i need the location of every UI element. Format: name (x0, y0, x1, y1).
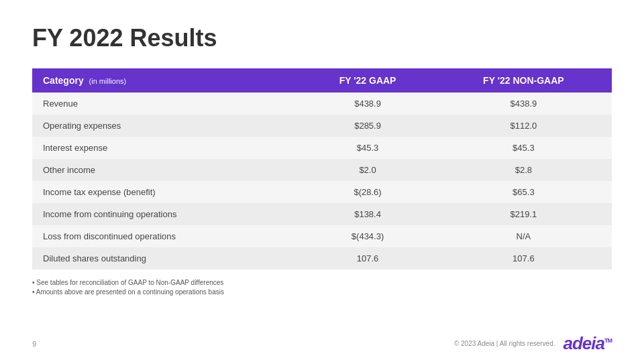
table-cell-non-gaap: 107.6 (435, 247, 612, 269)
table-cell-gaap: $(434.3) (300, 225, 435, 247)
copyright-text: © 2023 Adeia | All rights reserved. (454, 340, 555, 347)
table-cell-gaap: $138.4 (300, 203, 435, 225)
col-header-category: Category (in millions) (32, 68, 300, 93)
table-row: Operating expenses$285.9$112.0 (32, 115, 612, 137)
table-row: Loss from discontinued operations$(434.3… (32, 225, 612, 247)
footnotes: See tables for reconciliation of GAAP to… (32, 279, 612, 298)
table-cell-category: Income from continuing operations (32, 203, 300, 225)
footnote-item: See tables for reconciliation of GAAP to… (32, 279, 612, 286)
table-cell-gaap: $2.0 (300, 159, 435, 181)
table-body: Revenue$438.9$438.9Operating expenses$28… (32, 93, 612, 269)
table-cell-gaap: 107.6 (300, 247, 435, 269)
col-header-gaap: FY '22 GAAP (300, 68, 435, 93)
page-title: FY 2022 Results (32, 24, 612, 52)
table-cell-category: Revenue (32, 93, 300, 115)
table-row: Revenue$438.9$438.9 (32, 93, 612, 115)
table-cell-category: Interest expense (32, 137, 300, 159)
table-cell-non-gaap: $112.0 (435, 115, 612, 137)
table-cell-category: Loss from discontinued operations (32, 225, 300, 247)
table-cell-non-gaap: $45.3 (435, 137, 612, 159)
footer-right: © 2023 Adeia | All rights reserved. adei… (454, 333, 612, 354)
footnote-item: Amounts above are presented on a continu… (32, 288, 612, 296)
logo-text: adeia (564, 333, 605, 353)
page-number: 9 (32, 340, 36, 348)
table-cell-non-gaap: $438.9 (435, 93, 612, 115)
logo-tm: TM (604, 337, 612, 344)
table-cell-non-gaap: $219.1 (435, 203, 612, 225)
table-cell-gaap: $45.3 (300, 137, 435, 159)
col-header-category-label: Category (43, 75, 84, 86)
table-cell-non-gaap: $65.3 (435, 181, 612, 203)
table-cell-non-gaap: N/A (435, 225, 612, 247)
table-row: Income from continuing operations$138.4$… (32, 203, 612, 225)
table-cell-category: Operating expenses (32, 115, 300, 137)
table-row: Interest expense$45.3$45.3 (32, 137, 612, 159)
page-container: FY 2022 Results Category (in millions) F… (0, 0, 644, 362)
table-cell-gaap: $438.9 (300, 93, 435, 115)
table-cell-gaap: $(28.6) (300, 181, 435, 203)
table-wrapper: Category (in millions) FY '22 GAAP FY '2… (32, 68, 612, 269)
table-row: Income tax expense (benefit)$(28.6)$65.3 (32, 181, 612, 203)
table-header-row: Category (in millions) FY '22 GAAP FY '2… (32, 68, 612, 93)
table-cell-non-gaap: $2.8 (435, 159, 612, 181)
table-row: Other income$2.0$2.8 (32, 159, 612, 181)
table-row: Diluted shares outstanding107.6107.6 (32, 247, 612, 269)
results-table: Category (in millions) FY '22 GAAP FY '2… (32, 68, 612, 269)
table-cell-category: Diluted shares outstanding (32, 247, 300, 269)
adeia-logo: adeiaTM (564, 333, 612, 354)
table-cell-gaap: $285.9 (300, 115, 435, 137)
col-header-category-sub: (in millions) (89, 77, 127, 85)
table-cell-category: Income tax expense (benefit) (32, 181, 300, 203)
table-cell-category: Other income (32, 159, 300, 181)
col-header-non-gaap: FY '22 NON-GAAP (435, 68, 612, 93)
footer: 9 © 2023 Adeia | All rights reserved. ad… (0, 333, 644, 354)
